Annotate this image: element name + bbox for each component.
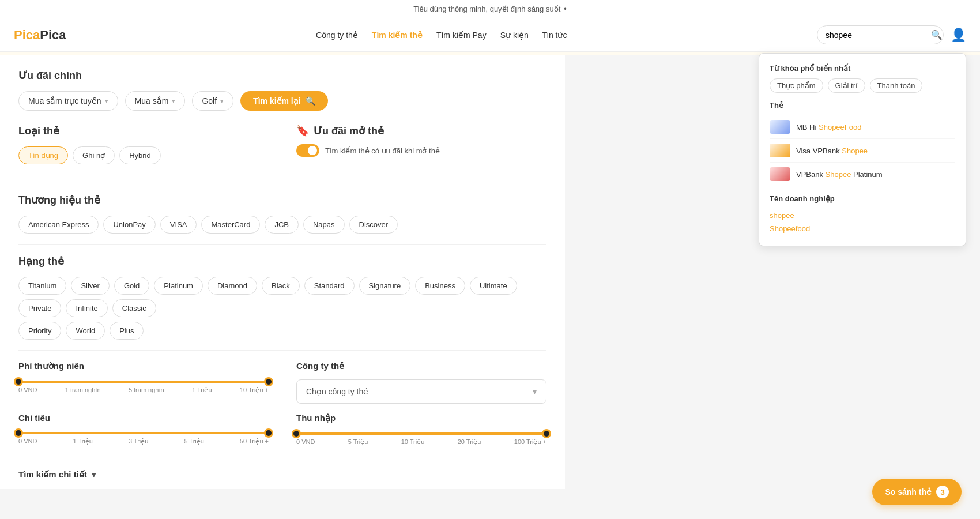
thu-label-1: 5 Triệu xyxy=(348,438,368,446)
thu-nhap-dot-left[interactable] xyxy=(292,429,301,438)
tag-platinum[interactable]: Platinum xyxy=(154,277,203,295)
tag-giai-tri[interactable]: Giải trí xyxy=(828,78,865,93)
tag-unionpay[interactable]: UnionPay xyxy=(103,216,155,234)
search-icon[interactable]: 🔍 xyxy=(931,29,943,40)
nav-su-kien[interactable]: Sự kiện xyxy=(500,31,529,40)
tag-thanh-toan[interactable]: Thanh toán xyxy=(870,78,923,93)
tag-black[interactable]: Black xyxy=(262,277,300,295)
cong-ty-the-section: Công ty thẻ Chọn công ty thẻ ▾ xyxy=(296,361,546,404)
company-shopee[interactable]: shopee xyxy=(770,209,955,222)
phi-label-4: 10 Triệu + xyxy=(240,386,269,394)
tim-kiem-chi-tiet[interactable]: Tìm kiếm chi tiết ▾ xyxy=(18,469,96,480)
nav-tim-kiem-pay[interactable]: Tìm kiếm Pay xyxy=(436,31,487,40)
divider-1 xyxy=(18,183,546,183)
tag-visa[interactable]: VISA xyxy=(160,216,197,234)
thuong-hieu-tags: American Express UnionPay VISA MasterCar… xyxy=(18,216,546,234)
tag-signature[interactable]: Signature xyxy=(359,277,411,295)
tag-mastercard[interactable]: MasterCard xyxy=(201,216,260,234)
logo[interactable]: PicaPica xyxy=(14,28,66,43)
thu-nhap-slider-track[interactable] xyxy=(296,432,546,435)
thu-nhap-labels: 0 VND 5 Triệu 10 Triệu 20 Triệu 100 Triệ… xyxy=(296,438,546,446)
thu-label-0: 0 VND xyxy=(296,438,315,446)
tag-american-express[interactable]: American Express xyxy=(18,216,99,234)
tag-titanium[interactable]: Titanium xyxy=(18,277,66,295)
chi-tieu-slider-track[interactable] xyxy=(18,432,269,434)
nav-cong-ty-the[interactable]: Công ty thẻ xyxy=(316,31,358,40)
thu-nhap-slider-wrapper: 0 VND 5 Triệu 10 Triệu 20 Triệu 100 Triệ… xyxy=(296,432,546,446)
filter-mua-sam[interactable]: Mua sắm ▾ xyxy=(125,91,186,111)
tag-hybrid[interactable]: Hybrid xyxy=(119,146,161,164)
tag-private[interactable]: Private xyxy=(18,299,61,317)
tag-ultimate[interactable]: Ultimate xyxy=(470,277,517,295)
tag-classic[interactable]: Classic xyxy=(112,299,156,317)
search-input[interactable] xyxy=(826,31,926,40)
bottom-bar: Tìm kiếm chi tiết ▾ xyxy=(0,460,565,489)
thu-nhap-dot-right[interactable] xyxy=(542,429,551,438)
chi-tieu-dot-left[interactable] xyxy=(14,428,23,438)
chi-tieu-track-bg xyxy=(18,432,269,434)
phi-slider-labels: 0 VND 1 trăm nghìn 5 trăm nghìn 1 Triệu … xyxy=(18,386,269,394)
card-mb[interactable]: MB Hi ShopeeFood xyxy=(770,115,955,139)
filter-mua-sam-truc-tuyen[interactable]: Mua sắm trực tuyến ▾ xyxy=(18,91,118,111)
tag-gold[interactable]: Gold xyxy=(114,277,149,295)
chi-label-1: 1 Triệu xyxy=(73,438,93,445)
uu-dai-header: 🔖 Ưu đãi mở thẻ xyxy=(296,125,546,137)
tag-thuc-pham[interactable]: Thực phẩm xyxy=(770,78,823,93)
thu-nhap-section: Thu nhập 0 VND 5 Triệu 10 Triệu 20 Triệu… xyxy=(296,413,546,446)
filter-golf[interactable]: Golf ▾ xyxy=(192,91,233,111)
filter-row: Mua sắm trực tuyến ▾ Mua sắm ▾ Golf ▾ Tì… xyxy=(18,91,546,111)
header: PicaPica Công ty thẻ Tìm kiếm thẻ Tìm ki… xyxy=(0,18,980,52)
compare-count: 3 xyxy=(936,486,949,489)
chi-tieu-dot-right[interactable] xyxy=(264,428,273,438)
phi-thuong-nien-title: Phí thường niên xyxy=(18,361,269,371)
tag-napas[interactable]: Napas xyxy=(303,216,345,234)
slider-section-row1: Phí thường niên 0 VND 1 trăm nghìn 5 tră… xyxy=(18,361,546,404)
nav-tin-tuc[interactable]: Tin tức xyxy=(542,31,567,40)
phi-label-0: 0 VND xyxy=(18,386,37,394)
tag-priority[interactable]: Priority xyxy=(18,322,61,340)
card-visa-vpbank[interactable]: Visa VPBank Shopee xyxy=(770,139,955,163)
chi-tieu-section: Chi tiêu 0 VND 1 Triệu 3 Triệu 5 Triệu 5… xyxy=(18,413,269,446)
nav-tim-kiem-the[interactable]: Tìm kiếm thẻ xyxy=(372,31,423,40)
search-again-button[interactable]: Tìm kiếm lại 🔍 xyxy=(240,91,328,111)
tag-business[interactable]: Business xyxy=(415,277,465,295)
tag-diamond[interactable]: Diamond xyxy=(208,277,257,295)
tag-ghi-no[interactable]: Ghi nợ xyxy=(73,146,115,164)
loai-the-title: Loại thẻ xyxy=(18,125,269,137)
cong-ty-select[interactable]: Chọn công ty thẻ ▾ xyxy=(296,379,546,404)
card-vpbank-platinum[interactable]: VPBank Shopee Platinum xyxy=(770,163,955,186)
nav: Công ty thẻ Tìm kiếm thẻ Tìm kiếm Pay Sự… xyxy=(316,31,567,40)
tag-silver[interactable]: Silver xyxy=(71,277,110,295)
tag-infinite[interactable]: Infinite xyxy=(66,299,107,317)
tag-jcb[interactable]: JCB xyxy=(265,216,299,234)
filter-arrow-2: ▾ xyxy=(172,97,175,105)
phi-slider-dot-left[interactable] xyxy=(14,377,23,386)
tag-standard[interactable]: Standard xyxy=(304,277,355,295)
company-shopeefood[interactable]: Shopeefood xyxy=(770,222,955,235)
thu-nhap-title: Thu nhập xyxy=(296,413,546,423)
divider-2 xyxy=(18,244,546,245)
phi-slider-dot-right[interactable] xyxy=(264,377,273,386)
compare-label: So sánh thẻ xyxy=(885,487,932,489)
hang-the-tags-row2: Priority World Plus xyxy=(18,322,546,340)
chi-label-4: 50 Triệu + xyxy=(240,438,269,445)
tim-kiem-chi-tiet-label: Tìm kiếm chi tiết xyxy=(18,469,87,480)
tag-world[interactable]: World xyxy=(66,322,105,340)
phi-thuong-nien-section: Phí thường niên 0 VND 1 trăm nghìn 5 tră… xyxy=(18,361,269,404)
tag-tin-dung[interactable]: Tín dụng xyxy=(18,146,68,164)
search-box[interactable]: 🔍 xyxy=(817,25,944,44)
uu-dai-mo-the-title: Ưu đãi mở thẻ xyxy=(314,125,384,137)
compare-button[interactable]: So sánh thẻ 3 xyxy=(872,479,962,489)
tag-plus[interactable]: Plus xyxy=(110,322,144,340)
tag-discover[interactable]: Discover xyxy=(349,216,398,234)
hang-the-tags-row1: Titanium Silver Gold Platinum Diamond Bl… xyxy=(18,277,546,317)
uu-dai-toggle[interactable] xyxy=(296,144,319,157)
toggle-row: Tìm kiếm thẻ có ưu đãi khi mở thẻ xyxy=(296,144,546,157)
user-icon[interactable]: 👤 xyxy=(951,28,966,43)
chi-label-3: 5 Triệu xyxy=(184,438,204,445)
thu-label-2: 10 Triệu xyxy=(401,438,425,446)
phi-slider-track[interactable] xyxy=(18,381,269,383)
loai-the-section: Loại thẻ Tín dụng Ghi nợ Hybrid 🔖 Ưu đãi… xyxy=(18,125,546,169)
cong-ty-the-title: Công ty thẻ xyxy=(296,361,546,371)
chi-label-0: 0 VND xyxy=(18,438,37,445)
